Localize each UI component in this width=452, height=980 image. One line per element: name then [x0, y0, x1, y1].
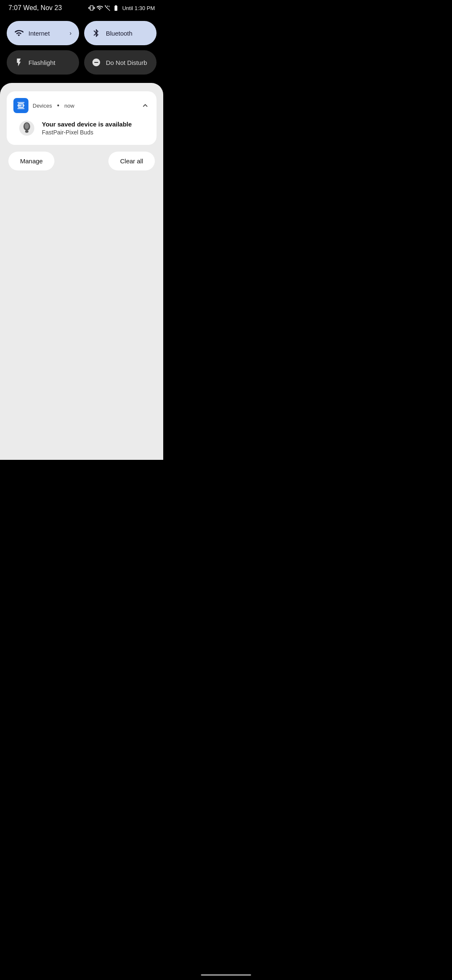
action-buttons: Manage Clear all — [7, 152, 157, 170]
dnd-tile[interactable]: Do Not Disturb — [84, 50, 157, 75]
signal-icon — [104, 5, 111, 11]
internet-chevron: › — [69, 30, 72, 36]
vibrate-icon — [88, 5, 95, 11]
pixel-buds-icon — [17, 118, 37, 138]
quick-settings: Internet › Bluetooth Flashlight — [0, 14, 163, 83]
svg-point-5 — [25, 130, 28, 133]
qs-grid: Internet › Bluetooth Flashlight — [7, 21, 157, 75]
dnd-icon — [92, 58, 101, 67]
notification-header: Devices • now — [13, 98, 150, 113]
notification-app-icon — [13, 98, 28, 113]
flashlight-tile[interactable]: Flashlight — [7, 50, 79, 75]
collapse-notification-button[interactable] — [141, 101, 150, 110]
svg-point-1 — [19, 105, 21, 106]
bluetooth-icon — [92, 28, 101, 38]
manage-button[interactable]: Manage — [8, 152, 54, 170]
bluetooth-label: Bluetooth — [106, 30, 149, 37]
flashlight-icon — [14, 58, 23, 67]
notification-app-name: Devices — [33, 103, 52, 109]
internet-label: Internet — [28, 30, 64, 37]
notification-time: now — [64, 103, 74, 109]
notification-title: Your saved device is available — [42, 121, 132, 128]
wifi-qs-icon — [14, 28, 23, 38]
flashlight-label: Flashlight — [28, 59, 72, 66]
clear-all-button[interactable]: Clear all — [108, 152, 155, 170]
notification-card: Devices • now Your saved — [7, 91, 157, 145]
notification-subtitle: FastPair-Pixel Buds — [42, 129, 132, 136]
battery-icon — [112, 5, 120, 11]
internet-tile[interactable]: Internet › — [7, 21, 79, 45]
notification-body: Your saved device is available FastPair-… — [13, 118, 150, 138]
notification-dot: • — [57, 102, 59, 109]
status-right: Until 1:30 PM — [88, 5, 155, 11]
bottom-area — [0, 334, 163, 460]
battery-text: Until 1:30 PM — [122, 5, 155, 11]
status-bar: 7:07 Wed, Nov 23 Until 1:30 PM — [0, 0, 163, 14]
wifi-icon — [96, 5, 103, 11]
notification-header-left: Devices • now — [13, 98, 74, 113]
status-time: 7:07 Wed, Nov 23 — [8, 4, 62, 12]
status-icons — [88, 5, 120, 11]
notification-text: Your saved device is available FastPair-… — [42, 121, 132, 136]
bluetooth-tile[interactable]: Bluetooth — [84, 21, 157, 45]
dnd-label: Do Not Disturb — [106, 59, 149, 66]
svg-point-4 — [25, 123, 29, 129]
notification-panel: Devices • now Your saved — [0, 83, 163, 334]
